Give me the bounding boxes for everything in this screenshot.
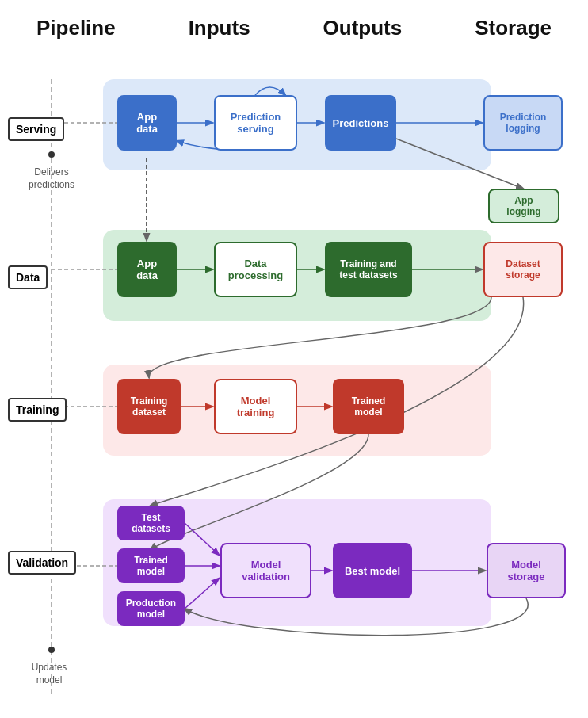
data-processing-node: Data processing: [214, 242, 297, 297]
delivers-predictions-text: Delivers predictions: [16, 166, 87, 191]
validation-trained-model-node: Trained model: [117, 548, 185, 583]
prediction-logging-node: Prediction logging: [483, 95, 563, 151]
production-model-node: Production model: [117, 591, 185, 626]
app-logging-node: App logging: [488, 189, 559, 223]
serving-app-data-node: App data: [117, 95, 177, 151]
header-pipeline: Pipeline: [36, 16, 116, 40]
pipeline-label-data: Data: [8, 265, 48, 289]
prediction-serving-node: Prediction serving: [214, 95, 297, 151]
svg-point-16: [48, 151, 55, 158]
model-validation-node: Model validation: [220, 543, 311, 598]
header-storage: Storage: [475, 16, 552, 40]
data-app-data-node: App data: [117, 242, 177, 297]
header-outputs: Outputs: [323, 16, 403, 40]
pipeline-label-serving: Serving: [8, 117, 64, 141]
pipeline-label-validation: Validation: [8, 551, 76, 575]
updates-model-text: Updates model: [17, 662, 81, 686]
test-datasets-node: Test datasets: [117, 506, 185, 540]
training-dataset-node: Training dataset: [117, 379, 181, 434]
best-model-node: Best model: [333, 543, 412, 598]
diagram-container: Pipeline Inputs Outputs Storage Serving …: [0, 0, 588, 718]
pipeline-label-training: Training: [8, 398, 67, 422]
header-row: Pipeline Inputs Outputs Storage: [0, 16, 588, 40]
svg-point-17: [48, 647, 55, 653]
trained-model-node: Trained model: [333, 379, 404, 434]
dataset-storage-node: Dataset storage: [483, 242, 563, 297]
model-storage-node: Model storage: [487, 543, 566, 598]
header-inputs: Inputs: [189, 16, 250, 40]
training-test-datasets-node: Training and test datasets: [325, 242, 412, 297]
predictions-node: Predictions: [325, 95, 396, 151]
model-training-node: Model training: [214, 379, 297, 434]
